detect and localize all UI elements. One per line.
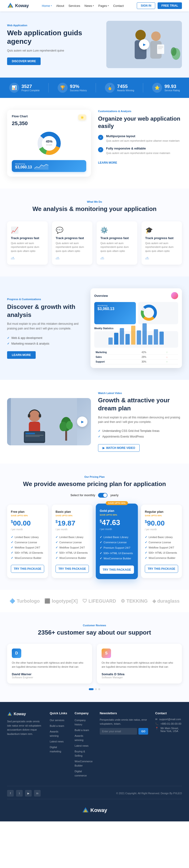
- nav-contact[interactable]: Contact: [113, 4, 124, 7]
- service-0-desc: Quis autem vel aum reprehenderit quine d…: [11, 241, 44, 253]
- service-3-desc: Quis autem vel aum reprehenderit quine d…: [145, 241, 178, 253]
- footer-contact-title: Contact: [155, 711, 182, 715]
- dream-point-1: Appointments Events WordPress: [98, 434, 182, 439]
- feature-point-1-icon: ✓: [98, 135, 103, 140]
- price-regular-features: Limited Basic Library Commerce License W…: [145, 534, 178, 561]
- dream-play-button[interactable]: [77, 416, 87, 427]
- footer-newsletter-desc: Perspectatis unde omnis iste natus, erro…: [100, 718, 148, 725]
- review-text-1: On the other hand denaum with righteous …: [102, 661, 177, 669]
- stat-divider-1: [48, 83, 49, 92]
- footer-newsletter-title: Newsletters: [100, 711, 148, 715]
- service-3-link[interactable]: →: [145, 255, 149, 259]
- price-regular-button[interactable]: TRY THIS PACKAGE: [145, 565, 178, 573]
- quick-link-2: Awards winning: [50, 729, 68, 738]
- nav-home[interactable]: Home ▾: [42, 4, 52, 7]
- sign-in-button[interactable]: SIGN IN: [137, 2, 155, 9]
- stat-rating-text: 99.93 Service Rating: [164, 84, 180, 92]
- table-row-1: Sales28%↓: [94, 355, 178, 360]
- dream-description: But must explain to you all this mistake…: [98, 415, 182, 424]
- review-dot-0[interactable]: [89, 688, 93, 690]
- nav-services[interactable]: Services: [69, 4, 80, 7]
- social-facebook[interactable]: f: [7, 790, 14, 797]
- price-free-save: SAVE UPTO 00%: [11, 515, 44, 517]
- nav-buttons: SIGN IN FREE TRIAL: [137, 2, 182, 9]
- review-card-1: S On the other hand denaum with righteou…: [97, 644, 182, 684]
- feature-point-2: ✓ Fully responsive & editable Quis autem…: [98, 147, 182, 155]
- dashboard-bar-chart: [94, 331, 178, 348]
- feature-point-2-icon: ✓: [98, 147, 103, 152]
- social-twitter[interactable]: t: [16, 790, 23, 797]
- dashboard-table: Marketing42%↑ Sales28%↓ Support30%↑: [94, 350, 178, 364]
- stat-rating-number: 99.93: [164, 84, 180, 89]
- dashboard-bars: [107, 332, 165, 346]
- footer-divider: [7, 786, 182, 786]
- dream-point-0: Understanding CSS Grid And Template Area…: [98, 428, 182, 434]
- service-0-link[interactable]: →: [11, 255, 15, 259]
- free-trial-button[interactable]: FREE TRIAL: [158, 2, 182, 9]
- navbar: Koway Home ▾ About Services News ▾ Pages…: [0, 0, 189, 11]
- social-youtube[interactable]: ▶: [25, 790, 32, 797]
- progress-dashboard: Overview Monitoring $3,060.13 Week: [90, 288, 182, 368]
- review-dot-1[interactable]: [95, 688, 97, 690]
- price-gold-period: / per month: [100, 528, 134, 530]
- progress-title: Discover & growth with analysis: [7, 303, 83, 319]
- review-dot-2[interactable]: [98, 688, 100, 690]
- review-text-0: On the other hand denaum with righteous …: [12, 661, 87, 669]
- svg-point-36: [60, 422, 67, 431]
- metric-card: Monitoring $3,060.13: [12, 160, 86, 172]
- progress-tag: Progress & Customizations: [7, 298, 83, 301]
- stat-projects-icon-wrap: 📊: [9, 83, 19, 93]
- nav-about[interactable]: About: [56, 4, 64, 7]
- service-2-link[interactable]: →: [101, 255, 104, 259]
- learn-more-link[interactable]: LEARN MORE: [98, 161, 117, 164]
- table-row-0: Marketing42%↑: [94, 350, 178, 355]
- service-card-3: 🎓 Track progress fast Quis autem vel aum…: [142, 221, 182, 265]
- service-2-title: Track progress fast: [101, 236, 134, 240]
- learn-more-button[interactable]: LEARN MORE: [7, 351, 36, 359]
- price-regular-name: Regular plan: [145, 510, 178, 514]
- brand-logo[interactable]: Koway: [7, 2, 29, 9]
- footer-quick-links-title: Quick Links: [50, 711, 68, 715]
- brand-tekking: ⚙ TEKKING: [121, 598, 148, 604]
- stat-projects-label: Project Complete: [22, 89, 40, 92]
- discover-button[interactable]: DISCOVER MORE: [7, 58, 41, 65]
- dashboard-avatar: [171, 292, 178, 299]
- subscribe-button[interactable]: GO: [139, 728, 148, 735]
- location-icon: 📍: [155, 727, 158, 730]
- contact-address: 📍 9th Main Street, New York, USA: [155, 727, 182, 733]
- nav-pages[interactable]: Pages ▾: [98, 4, 109, 7]
- progress-points: Web & app development Marketing research…: [7, 335, 83, 346]
- hero-play-button[interactable]: [139, 39, 149, 50]
- footer-contact-col: Contact ✉ support@mail.com 📞 +880-01-00-…: [155, 711, 182, 779]
- social-linkedin[interactable]: in: [34, 790, 41, 797]
- services-grid: 📈 Track progress fast Quis autem vel aum…: [7, 221, 182, 265]
- price-gold-badge: SAVE UPTO 00%: [106, 501, 128, 505]
- newsletter-input[interactable]: [100, 728, 137, 735]
- svg-rect-33: [26, 436, 40, 437]
- price-basic-period: / per month: [55, 528, 89, 531]
- service-1-link[interactable]: →: [56, 255, 60, 259]
- price-gold-amount: $47.63: [100, 519, 134, 527]
- brand-logotypex: ⬛ logotype[X]: [44, 598, 78, 604]
- toggle-switch[interactable]: [98, 493, 108, 498]
- svg-point-12: [171, 47, 177, 56]
- quick-link-0: Our services: [50, 718, 68, 722]
- service-card-1: 💬 Track progress fast Quis autem vel aum…: [52, 221, 92, 265]
- price-free-button[interactable]: TRY THIS PACKAGE: [11, 565, 44, 573]
- footer-brand-large: Koway: [7, 804, 182, 817]
- table-row-2: Support30%↑: [94, 360, 178, 364]
- price-basic-button[interactable]: TRY THIS PACKAGE: [55, 565, 89, 573]
- watch-video-button[interactable]: ▶ WATCH MORE VIDEO: [98, 444, 140, 452]
- stat-rating-label: Service Rating: [164, 89, 180, 92]
- nav-news[interactable]: News ▾: [84, 4, 94, 7]
- stat-projects-icon: 📊: [11, 85, 17, 90]
- price-gold-button[interactable]: TRY THIS PACKAGE: [100, 565, 134, 574]
- bar-5: [137, 331, 141, 345]
- footer-about: Koway Sed perspiciatis onde omnis iste n…: [7, 711, 43, 779]
- footer-newsletter: Newsletters Perspectatis unde omnis iste…: [100, 711, 148, 779]
- stat-awards: 🥇 7455 Awards Winning: [105, 83, 134, 93]
- tekking-icon: ⚙: [121, 598, 125, 604]
- brands-section: 🔷 Turbologo ⬛ logotype[X] 🛡 LIFEGUARD ⚙ …: [0, 590, 189, 612]
- footer-logo: Koway: [7, 711, 43, 717]
- dashboard-metrics: Monitoring $3,060.13: [94, 302, 178, 324]
